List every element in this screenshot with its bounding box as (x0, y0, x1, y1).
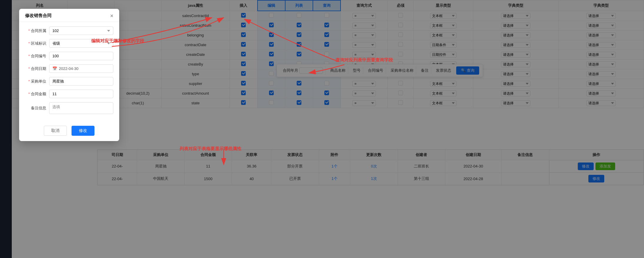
form-row-3: 合同日期📅2022-04-30 (25, 64, 113, 73)
form-label-3: 合同日期 (25, 66, 46, 71)
form-row-0: 合同所属102 (25, 26, 113, 35)
modal-footer: 取消 修改 (19, 123, 119, 141)
submit-button[interactable]: 修改 (72, 126, 94, 136)
form-label-0: 合同所属 (25, 28, 46, 33)
form-row-4: 采购单位 (25, 77, 113, 86)
form-input-4[interactable] (49, 77, 113, 86)
form-row-1: 区域标识省级 (25, 39, 113, 48)
form-label-6: 备注信息 (25, 105, 46, 111)
form-textarea-6[interactable] (49, 102, 113, 114)
date-input-3[interactable]: 📅2022-04-30 (49, 64, 113, 73)
form-label-4: 采购单位 (25, 79, 46, 84)
form-input-5[interactable] (49, 90, 113, 98)
form-row-2: 合同编号 (25, 52, 113, 60)
form-label-1: 区域标识 (25, 41, 46, 46)
modal-title: 修改销售合同 (25, 13, 52, 19)
form-label-2: 合同编号 (25, 53, 46, 59)
form-select-1[interactable]: 省级 (49, 39, 113, 48)
form-row-5: 合同金额 (25, 90, 113, 98)
form-input-2[interactable] (49, 52, 113, 60)
cancel-button[interactable]: 取消 (44, 126, 67, 136)
form-row-6: 备注信息 (25, 102, 113, 114)
form-select-0[interactable]: 102 (49, 26, 113, 35)
modal-body: 合同所属102区域标识省级合同编号合同日期📅2022-04-30采购单位合同金额… (19, 22, 119, 123)
modal-close-icon[interactable]: × (110, 13, 113, 19)
modal-header: 修改销售合同 × (19, 9, 119, 22)
modal-dialog: 修改销售合同 × 合同所属102区域标识省级合同编号合同日期📅2022-04-3… (19, 9, 119, 141)
form-label-5: 合同金额 (25, 91, 46, 97)
